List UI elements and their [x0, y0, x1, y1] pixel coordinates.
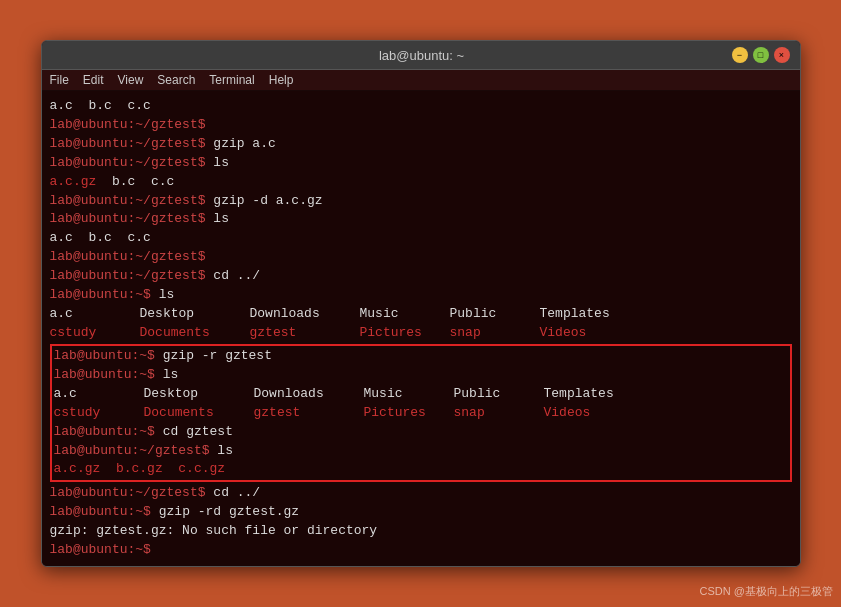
terminal-line: cstudyDocumentsgztestPicturessnapVideos: [54, 404, 788, 423]
command: gzip a.c: [206, 135, 276, 154]
prompt: lab@ubuntu:~/gztest$: [54, 442, 210, 461]
terminal-line: lab@ubuntu:~$ gzip -rd gztest.gz: [50, 503, 792, 522]
terminal-line: a.c.gz b.c.gz c.c.gz: [54, 460, 788, 479]
close-button[interactable]: ×: [774, 47, 790, 63]
menu-bar: File Edit View Search Terminal Help: [42, 70, 800, 91]
command: [206, 248, 214, 267]
window-title: lab@ubuntu: ~: [112, 48, 732, 63]
output-text: a.c.gz: [50, 173, 97, 192]
menu-file[interactable]: File: [50, 73, 69, 87]
terminal-line: a.c b.c c.c: [50, 97, 792, 116]
terminal-line: a.cDesktopDownloadsMusicPublicTemplates: [54, 385, 788, 404]
window-controls: − □ ×: [732, 47, 790, 63]
maximize-button[interactable]: □: [753, 47, 769, 63]
terminal-line: gzip: gztest.gz: No such file or directo…: [50, 522, 792, 541]
terminal-line: lab@ubuntu:~/gztest$ gzip -d a.c.gz: [50, 192, 792, 211]
command: ls: [155, 366, 178, 385]
menu-terminal[interactable]: Terminal: [209, 73, 254, 87]
terminal-line: lab@ubuntu:~/gztest$ ls: [54, 442, 788, 461]
output-text: gzip: gztest.gz: No such file or directo…: [50, 522, 378, 541]
output-text: a.cDesktopDownloadsMusicPublicTemplates: [54, 385, 614, 404]
terminal-line: lab@ubuntu:~/gztest$: [50, 248, 792, 267]
prompt: lab@ubuntu:~$: [54, 347, 155, 366]
terminal-line: a.c b.c c.c: [50, 229, 792, 248]
terminal-line: lab@ubuntu:~/gztest$ cd ../: [50, 267, 792, 286]
menu-search[interactable]: Search: [157, 73, 195, 87]
command: cd gztest: [155, 423, 233, 442]
minimize-button[interactable]: −: [732, 47, 748, 63]
command: gzip -r gztest: [155, 347, 272, 366]
command: gzip -rd gztest.gz: [151, 503, 299, 522]
highlighted-section: lab@ubuntu:~$ gzip -r gztest lab@ubuntu:…: [50, 344, 792, 482]
output-text: cstudyDocumentsgztestPicturessnapVideos: [50, 324, 587, 343]
menu-edit[interactable]: Edit: [83, 73, 104, 87]
terminal-line: lab@ubuntu:~/gztest$ ls: [50, 154, 792, 173]
prompt: lab@ubuntu:~/gztest$: [50, 210, 206, 229]
terminal-line: lab@ubuntu:~/gztest$ ls: [50, 210, 792, 229]
terminal-line: lab@ubuntu:~/gztest$ cd ../: [50, 484, 792, 503]
menu-help[interactable]: Help: [269, 73, 294, 87]
prompt: lab@ubuntu:~/gztest$: [50, 154, 206, 173]
command: cd ../: [206, 484, 261, 503]
terminal-line: lab@ubuntu:~$ ls: [50, 286, 792, 305]
prompt: lab@ubuntu:~$: [54, 366, 155, 385]
prompt: lab@ubuntu:~/gztest$: [50, 192, 206, 211]
output-text: a.c b.c c.c: [50, 229, 151, 248]
terminal-line: cstudyDocumentsgztestPicturessnapVideos: [50, 324, 792, 343]
terminal-line: lab@ubuntu:~$ cd gztest: [54, 423, 788, 442]
desktop: lab@ubuntu: ~ − □ × File Edit View Searc…: [0, 0, 841, 607]
command: cd ../: [206, 267, 261, 286]
output-text: a.c.gz b.c.gz c.c.gz: [54, 460, 226, 479]
output-text: a.cDesktopDownloadsMusicPublicTemplates: [50, 305, 610, 324]
prompt: lab@ubuntu:~$: [54, 423, 155, 442]
output-text: b.c c.c: [96, 173, 174, 192]
terminal-body[interactable]: a.c b.c c.c lab@ubuntu:~/gztest$ lab@ubu…: [42, 91, 800, 565]
title-bar: lab@ubuntu: ~ − □ ×: [42, 41, 800, 70]
terminal-line: lab@ubuntu:~$ ls: [54, 366, 788, 385]
menu-view[interactable]: View: [118, 73, 144, 87]
command: [206, 116, 214, 135]
terminal-window: lab@ubuntu: ~ − □ × File Edit View Searc…: [41, 40, 801, 566]
terminal-line: lab@ubuntu:~/gztest$: [50, 116, 792, 135]
command: gzip -d a.c.gz: [206, 192, 323, 211]
prompt: lab@ubuntu:~/gztest$: [50, 484, 206, 503]
command: ls: [151, 286, 174, 305]
output-text: cstudyDocumentsgztestPicturessnapVideos: [54, 404, 591, 423]
command: ls: [206, 210, 229, 229]
command: ls: [206, 154, 229, 173]
prompt: lab@ubuntu:~$: [50, 286, 151, 305]
terminal-line: lab@ubuntu:~/gztest$ gzip a.c: [50, 135, 792, 154]
prompt: lab@ubuntu:~$: [50, 541, 151, 560]
terminal-line: a.c.gz b.c c.c: [50, 173, 792, 192]
command: [151, 541, 159, 560]
terminal-line: lab@ubuntu:~$: [50, 541, 792, 560]
prompt: lab@ubuntu:~/gztest$: [50, 267, 206, 286]
output-text: a.c b.c c.c: [50, 97, 151, 116]
prompt: lab@ubuntu:~/gztest$: [50, 248, 206, 267]
prompt: lab@ubuntu:~/gztest$: [50, 116, 206, 135]
watermark: CSDN @基极向上的三极管: [700, 584, 833, 599]
prompt: lab@ubuntu:~/gztest$: [50, 135, 206, 154]
terminal-line: lab@ubuntu:~$ gzip -r gztest: [54, 347, 788, 366]
prompt: lab@ubuntu:~$: [50, 503, 151, 522]
terminal-line: a.cDesktopDownloadsMusicPublicTemplates: [50, 305, 792, 324]
command: ls: [210, 442, 233, 461]
